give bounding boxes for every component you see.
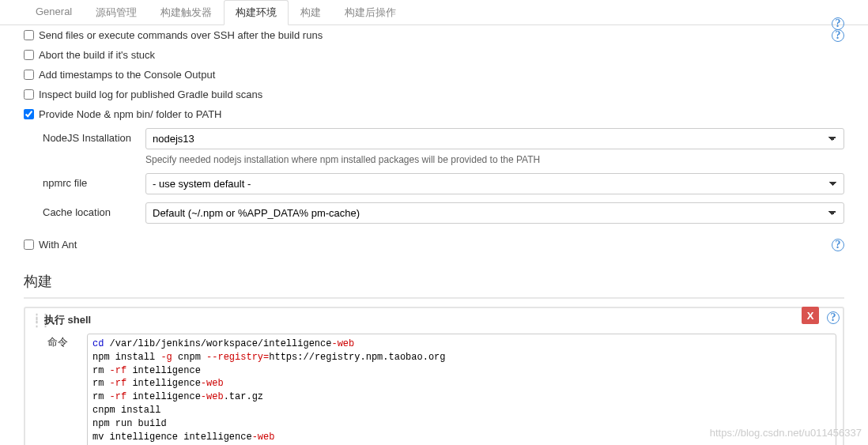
select-npmrc[interactable]: - use system default - (145, 173, 844, 194)
label-npmrc: npmrc file (43, 173, 145, 189)
delete-step-button[interactable]: X (802, 307, 819, 324)
row-npmrc: npmrc file - use system default - (43, 169, 844, 198)
help-nodejs-install: Specify needed nodejs installation where… (145, 154, 844, 165)
label-command: 命令 (47, 334, 87, 445)
tab-scm[interactable]: 源码管理 (84, 0, 149, 25)
opt-ssh-after: Send files or execute commands over SSH … (24, 25, 844, 45)
textarea-shell-command[interactable]: cd /var/lib/jenkins/workspace/intelligen… (87, 334, 836, 445)
config-tabs: General 源码管理 构建触发器 构建环境 构建 构建后操作 (0, 0, 868, 25)
checkbox-abort[interactable] (24, 50, 34, 60)
shell-header: ⋮⋮⋮⋮ 执行 shell X ? (25, 308, 843, 332)
label-gradle[interactable]: Inspect build log for published Gradle b… (39, 89, 262, 100)
label-nodejs-install: NodeJS Installation (43, 128, 145, 144)
checkbox-nodepath[interactable] (24, 109, 34, 119)
row-nodejs-install: NodeJS Installation nodejs13 Specify nee… (43, 124, 844, 169)
select-cache[interactable]: Default (~/.npm or %APP_DATA% pm-cache) (145, 202, 844, 224)
select-nodejs-install[interactable]: nodejs13 (145, 128, 844, 149)
label-cache: Cache location (43, 202, 145, 218)
checkbox-ssh-after[interactable] (24, 30, 34, 40)
drag-grip-icon[interactable]: ⋮⋮⋮⋮ (32, 315, 40, 325)
label-abort[interactable]: Abort the build if it's stuck (39, 49, 155, 61)
opt-with-ant: With Ant ? (24, 234, 844, 255)
tab-triggers[interactable]: 构建触发器 (149, 0, 224, 25)
opt-abort: Abort the build if it's stuck (24, 45, 844, 65)
checkbox-with-ant[interactable] (24, 239, 34, 250)
help-icon[interactable]: ? (827, 311, 840, 324)
label-ssh-after[interactable]: Send files or execute commands over SSH … (39, 29, 323, 41)
tab-general[interactable]: General (24, 0, 84, 25)
label-timestamps[interactable]: Add timestamps to the Console Output (39, 69, 215, 81)
shell-title: 执行 shell (44, 313, 91, 327)
help-icon[interactable]: ? (832, 239, 844, 251)
opt-nodepath: Provide Node & npm bin/ folder to PATH (24, 104, 844, 124)
build-step-shell: ⋮⋮⋮⋮ 执行 shell X ? 命令 cd /var/lib/jenkins… (24, 307, 844, 445)
opt-timestamps: Add timestamps to the Console Output (24, 65, 844, 85)
tab-build[interactable]: 构建 (289, 0, 333, 25)
label-nodepath[interactable]: Provide Node & npm bin/ folder to PATH (39, 108, 221, 120)
tab-post-build[interactable]: 构建后操作 (333, 0, 408, 25)
tab-build-env[interactable]: 构建环境 (224, 0, 289, 25)
help-icon[interactable]: ? (832, 29, 844, 42)
opt-gradle: Inspect build log for published Gradle b… (24, 85, 844, 104)
checkbox-gradle[interactable] (24, 89, 34, 100)
row-cache: Cache location Default (~/.npm or %APP_D… (43, 198, 844, 228)
section-build: 构建 (24, 262, 844, 299)
label-with-ant[interactable]: With Ant (39, 239, 77, 251)
checkbox-timestamps[interactable] (24, 70, 34, 80)
